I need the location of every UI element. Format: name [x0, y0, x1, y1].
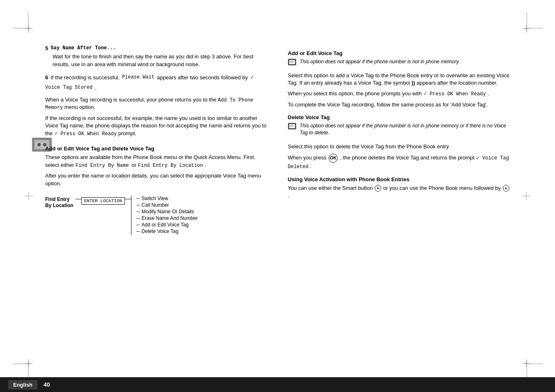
ref-icon-2 [288, 122, 297, 129]
step-5-body: Wait for the tone to finish and then say… [53, 53, 267, 69]
vline-top-left [28, 12, 28, 31]
step-6-number: 6 [45, 74, 48, 82]
left-section-body2: After you enter the name or location det… [45, 172, 267, 187]
find-entry-by-name-mono: Find Entry By Name [76, 163, 132, 168]
para-2-icon: ✓ [54, 130, 59, 136]
vline-top-right [527, 12, 527, 31]
left-section-title: Add or Edit Voice Tag and Delete Voice T… [45, 145, 267, 152]
right-column: Add or Edit Voice Tag This option does n… [288, 45, 510, 359]
para-1: When a Voice Tag recording is successful… [45, 96, 267, 112]
crosshair-top-left [23, 23, 35, 35]
step-5-header: 5 Say Name After Tone... [45, 45, 267, 51]
checkmark-icon-2: ✓ [476, 155, 480, 162]
right-section-1: Add or Edit Voice Tag This option does n… [288, 50, 510, 108]
para-1-start: When a Voice Tag recording is successful… [45, 97, 216, 103]
right-section-2-body1: Select this option to delete the Voice T… [288, 143, 510, 150]
menu-item-delete-voice: Delete Voice Tag [136, 228, 198, 234]
para-2-text: If the recording is not successful, for … [45, 115, 267, 141]
find-entry-by-location-mono: Find Entry By Location [138, 163, 203, 168]
step-6: 6 If the recording is successful, Please… [45, 74, 267, 92]
ok-circle-icon: OK [329, 154, 338, 163]
smart-button-circle-2: ● [503, 185, 509, 191]
page-number: 40 [44, 381, 50, 388]
right-section-2-note: This option does not appear if the phone… [288, 122, 510, 140]
svg-rect-5 [289, 124, 295, 128]
left-section-heading: Add or Edit Voice Tag and Delete Voice T… [45, 145, 267, 187]
step-5-label: Say Name After Tone... [51, 45, 115, 51]
main-content: 5 Say Name After Tone... Wait for the to… [45, 45, 510, 359]
crosshair-mid-left [23, 190, 35, 202]
right-section-1-note-text: This option does not appear if the phone… [300, 58, 460, 65]
para-2-body: If the recording is not successful, for … [45, 115, 267, 137]
right-section-1-body2: When you select this option, the phone p… [288, 90, 510, 98]
menu-item-switch-view: Switch View [136, 196, 198, 201]
checkmark-icon: ✓ [250, 74, 254, 82]
arrow-connector [75, 199, 81, 199]
menu-tree: Switch View Call Number Modify Name Or D… [131, 196, 198, 235]
page-container: 5 Say Name After Tone... Wait for the to… [0, 0, 555, 392]
left-section-body1: These options are available from the Pho… [45, 154, 267, 169]
right-section-2-heading: Delete Voice Tag [288, 114, 510, 120]
crosshair-bottom-left [23, 357, 35, 369]
language-label: English [8, 380, 37, 390]
step-6-content: 6 If the recording is successful, Please… [45, 74, 267, 92]
right-section-2-note-text: This option does not appear if the phone… [300, 122, 510, 136]
menu-item-call-number: Call Number [136, 202, 198, 208]
para-2-mono: Press OK When Ready [60, 131, 117, 137]
crosshair-bottom-right [520, 357, 532, 369]
left-column: 5 Say Name After Tone... Wait for the to… [45, 45, 267, 359]
enter-location-box: ENTER LOCATION [81, 197, 125, 205]
menu-item-add-edit-voice: Add or Edit Voice Tag [136, 222, 198, 228]
right-section-1-body1: Select this option to add a Voice Tag to… [288, 72, 510, 87]
diagram-row: Find Entry By Location ENTER LOCATION [45, 196, 267, 235]
right-section-1-body3: To complete the Voice Tag recording, fol… [288, 101, 510, 108]
right-section-1-heading: Add or Edit Voice Tag [288, 50, 510, 56]
step-6-mono2: Voice Tag Stored [45, 84, 92, 92]
arrow-connector-2 [125, 199, 131, 199]
crosshair-top-right [520, 23, 532, 35]
right-section-3-heading: Using Voice Activation with Phone Book E… [288, 176, 510, 182]
voice-tag-symbol: )) [412, 80, 415, 86]
step-6-mono1: Please Wait [122, 74, 154, 82]
step-5: 5 Say Name After Tone... Wait for the to… [45, 45, 267, 69]
right-section-1-note: This option does not appear if the phone… [288, 58, 510, 69]
menu-item-modify-name: Modify Name Or Details [136, 209, 198, 214]
arrow-line-2 [125, 199, 131, 199]
right-section-1-body2-mono: Press OK When Ready [430, 91, 486, 97]
para-2-container: If the recording is not successful, for … [45, 115, 267, 141]
para-2-end: prompt. [118, 130, 136, 136]
bottom-bar: English 40 [0, 377, 555, 392]
diagram: Find Entry By Location ENTER LOCATION [45, 196, 267, 235]
para-1-end: menu option. [64, 104, 95, 110]
ref-icon-1 [288, 58, 297, 65]
arrow-line [75, 199, 81, 199]
menu-item-erase-name: Erase Name And Number [136, 215, 198, 221]
step-6-mid: appears after two seconds followed by [157, 74, 248, 82]
step-6-prefix: If the recording is successful, [51, 74, 120, 82]
right-section-1-icon-2: ✓ [423, 90, 430, 97]
right-section-3: Using Voice Activation with Phone Book E… [288, 176, 510, 199]
right-section-2-body2: When you press OK , the phone deletes th… [288, 154, 510, 171]
step-5-number: 5 [45, 45, 48, 51]
right-section-2: Delete Voice Tag This option does not ap… [288, 114, 510, 171]
smart-button-circle: ● [375, 185, 381, 191]
svg-rect-1 [289, 60, 295, 64]
step-6-suffix: . [95, 84, 97, 92]
right-section-3-body: You can use either the Smart button ● or… [288, 184, 510, 199]
crosshair-mid-right [520, 190, 532, 202]
find-entry-label: Find Entry By Location [45, 196, 74, 209]
